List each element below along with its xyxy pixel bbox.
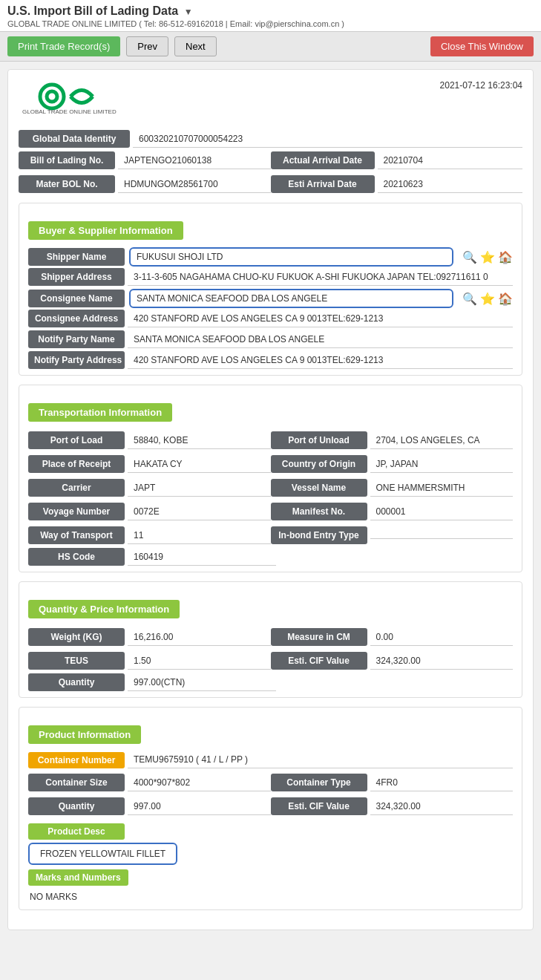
print-button[interactable]: Print Trade Record(s): [7, 36, 120, 56]
consignee-address-label: Consignee Address: [28, 310, 125, 327]
consignee-address-row: Consignee Address 420 STANFORD AVE LOS A…: [28, 310, 513, 327]
notify-party-name-value: SANTA MONICA SEAFOOD DBA LOS ANGELE: [128, 331, 513, 348]
receipt-origin-row: Place of Receipt HAKATA CY Country of Or…: [28, 453, 513, 475]
in-bond-entry-value: [370, 532, 514, 539]
port-of-load-value: 58840, KOBE: [128, 432, 271, 449]
way-of-transport-label: Way of Transport: [28, 526, 125, 544]
search-icon[interactable]: 🔍: [462, 250, 477, 264]
container-size-label: Container Size: [28, 774, 125, 791]
port-of-load-label: Port of Load: [28, 431, 125, 449]
consignee-search-icon[interactable]: 🔍: [462, 292, 477, 306]
bill-of-lading-label: Bill of Lading No.: [19, 151, 115, 169]
shipper-name-value: FUKUSUI SHOJI LTD: [129, 247, 453, 267]
mater-bol-row: Mater BOL No. HDMUNGOM28561700 Esti Arri…: [19, 173, 522, 195]
country-of-origin-value: JP, JAPAN: [370, 456, 514, 473]
main-content: GLOBAL TRADE ONLINE LIMITED 2021-07-12 1…: [7, 69, 534, 930]
vessel-name-label: Vessel Name: [271, 479, 367, 497]
voyage-number-value: 0072E: [128, 503, 271, 520]
port-of-unload-label: Port of Unload: [271, 431, 367, 449]
transportation-section: Transportation Information Port of Load …: [19, 385, 522, 572]
notify-party-address-value: 420 STANFORD AVE LOS ANGELES CA 9 0013TE…: [128, 352, 513, 369]
hs-code-label: HS Code: [28, 548, 125, 566]
star-icon[interactable]: ⭐: [480, 250, 495, 264]
bill-of-lading-value: JAPTENGO21060138: [118, 152, 271, 169]
quantity-price-section: Quantity & Price Information Weight (KG)…: [19, 581, 522, 698]
hs-code-value: 160419: [128, 549, 276, 566]
shipper-address-value: 3-11-3-605 NAGAHAMA CHUO-KU FUKUOK A-SHI…: [128, 269, 513, 286]
quantity-label: Quantity: [28, 673, 125, 691]
product-desc-area: Product Desc FROZEN YELLOWTAIL FILLET: [28, 823, 513, 865]
in-bond-entry-label: In-bond Entry Type: [271, 526, 367, 544]
global-data-identity-row: Global Data Identity 6003202107070000542…: [19, 130, 522, 148]
quantity-price-header: Quantity & Price Information: [28, 600, 180, 618]
notify-party-address-row: Notify Party Address 420 STANFORD AVE LO…: [28, 351, 513, 369]
port-of-unload-value: 2704, LOS ANGELES, CA: [370, 432, 514, 449]
manifest-no-value: 000001: [370, 503, 514, 520]
container-type-label: Container Type: [271, 774, 367, 791]
esti-arrival-value: 20210623: [378, 176, 523, 193]
place-of-receipt-value: HAKATA CY: [128, 456, 271, 473]
buyer-supplier-header: Buyer & Supplier Information: [28, 221, 183, 240]
way-of-transport-value: 11: [128, 527, 271, 544]
measure-value: 0.00: [370, 629, 514, 646]
svg-point-0: [40, 85, 64, 108]
prev-button[interactable]: Prev: [126, 36, 168, 56]
quantity-value: 997.00(CTN): [128, 674, 276, 691]
close-button[interactable]: Close This Window: [430, 36, 534, 56]
manifest-no-label: Manifest No.: [271, 503, 367, 520]
weight-label: Weight (KG): [28, 628, 125, 646]
bol-row: Bill of Lading No. JAPTENGO21060138 Actu…: [19, 149, 522, 172]
product-section: Product Information Container Number TEM…: [19, 707, 522, 910]
product-quantity-label: Quantity: [28, 797, 125, 815]
product-desc-label: Product Desc: [28, 823, 125, 840]
notify-party-address-label: Notify Party Address: [28, 351, 125, 369]
carrier-label: Carrier: [28, 479, 125, 497]
voyage-manifest-row: Voyage Number 0072E Manifest No. 000001: [28, 500, 513, 523]
esti-cif-value: 324,320.00: [370, 653, 514, 670]
esti-arrival-label: Esti Arrival Date: [271, 175, 375, 193]
mater-bol-value: HDMUNGOM28561700: [118, 176, 271, 193]
consignee-name-label: Consignee Name: [28, 290, 125, 307]
shipper-address-label: Shipper Address: [28, 268, 125, 286]
top-bar: U.S. Import Bill of Lading Data ▼ GLOBAL…: [0, 0, 541, 32]
product-qty-cif-row: Quantity 997.00 Esti. CIF Value 324,320.…: [28, 795, 513, 817]
page-title: U.S. Import Bill of Lading Data: [7, 4, 178, 17]
carrier-vessel-row: Carrier JAPT Vessel Name ONE HAMMERSMITH: [28, 477, 513, 499]
weight-value: 16,216.00: [128, 629, 271, 646]
notify-party-name-label: Notify Party Name: [28, 330, 125, 348]
product-quantity-value: 997.00: [128, 798, 271, 815]
hs-code-row: HS Code 160419: [28, 548, 513, 566]
measure-label: Measure in CM: [271, 628, 367, 646]
shipper-address-row: Shipper Address 3-11-3-605 NAGAHAMA CHUO…: [28, 268, 513, 286]
consignee-name-row: Consignee Name SANTA MONICA SEAFOOD DBA …: [28, 289, 513, 308]
country-of-origin-label: Country of Origin: [271, 455, 367, 473]
buyer-supplier-section: Buyer & Supplier Information Shipper Nam…: [19, 203, 522, 376]
product-esti-cif-value: 324,320.00: [370, 798, 514, 815]
product-esti-cif-label: Esti. CIF Value: [271, 797, 367, 815]
dropdown-arrow-icon[interactable]: ▼: [184, 7, 193, 17]
transportation-header: Transportation Information: [28, 403, 172, 422]
consignee-home-icon[interactable]: 🏠: [498, 292, 513, 306]
consignee-star-icon[interactable]: ⭐: [480, 292, 495, 306]
consignee-name-value: SANTA MONICA SEAFOOD DBA LOS ANGELE: [129, 289, 453, 308]
mater-bol-label: Mater BOL No.: [19, 175, 115, 193]
logo: GLOBAL TRADE ONLINE LIMITED: [19, 80, 122, 121]
global-data-identity-value: 600320210707000054223: [133, 131, 522, 148]
container-number-label: Container Number: [28, 752, 125, 768]
doc-datetime: 2021-07-12 16:23:04: [440, 80, 522, 91]
shipper-name-label: Shipper Name: [28, 248, 125, 266]
shipper-icons: 🔍 ⭐ 🏠: [462, 250, 513, 264]
doc-header: GLOBAL TRADE ONLINE LIMITED 2021-07-12 1…: [19, 80, 522, 121]
vessel-name-value: ONE HAMMERSMITH: [370, 480, 514, 497]
product-header: Product Information: [28, 725, 141, 744]
global-data-identity-label: Global Data Identity: [19, 130, 130, 148]
home-icon[interactable]: 🏠: [498, 250, 513, 264]
next-button[interactable]: Next: [174, 36, 217, 56]
container-size-value: 4000*907*802: [128, 774, 271, 791]
container-number-value: TEMU9675910 ( 41 / L / PP ): [128, 751, 513, 768]
consignee-address-value: 420 STANFORD AVE LOS ANGELES CA 9 0013TE…: [128, 310, 513, 327]
container-size-type-row: Container Size 4000*907*802 Container Ty…: [28, 771, 513, 794]
svg-point-1: [47, 91, 57, 102]
toolbar: Print Trade Record(s) Prev Next Close Th…: [0, 32, 541, 62]
port-row: Port of Load 58840, KOBE Port of Unload …: [28, 429, 513, 451]
